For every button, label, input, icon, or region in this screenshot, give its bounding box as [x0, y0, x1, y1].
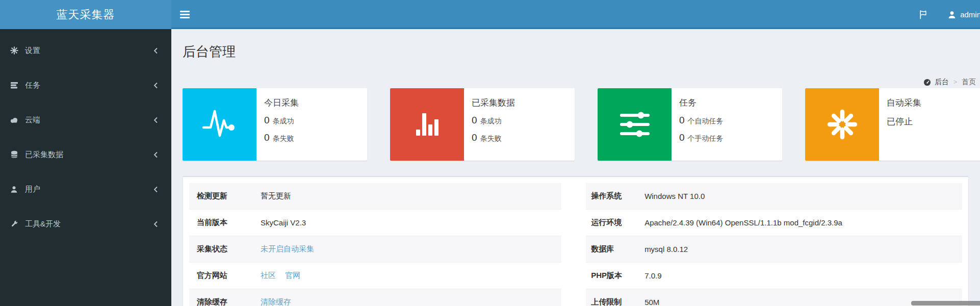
wrench-icon: [10, 220, 18, 228]
table-row: 操作系统 Windows NT 10.0: [586, 183, 962, 210]
chevron-left-icon: [153, 186, 158, 193]
cloud-icon: [10, 116, 18, 124]
sidebar-item-label: 云端: [25, 115, 153, 125]
info-box-tasks[interactable]: 任务 0个自动任务 0个手动任务: [598, 88, 782, 161]
info-box-title: 今日采集: [264, 97, 299, 109]
sidebar-item-label: 用户: [25, 185, 153, 194]
tasks-icon: [10, 81, 18, 90]
upload-limit-value: 50M: [644, 298, 659, 306]
sidebar-item-label: 任务: [25, 81, 153, 90]
breadcrumb-current: 首页: [962, 78, 976, 87]
chevron-left-icon: [153, 151, 158, 158]
database-icon: [10, 150, 18, 159]
environment-table: 操作系统 Windows NT 10.0 运行环境 Apache/2.4.39 …: [586, 183, 962, 306]
chevron-left-icon: [153, 221, 158, 227]
sidebar-item-settings[interactable]: 设置: [0, 33, 171, 68]
hamburger-icon: [180, 11, 190, 18]
top-navbar: 蓝天采集器 admin: [0, 0, 980, 29]
sliders-icon: [598, 88, 672, 161]
info-box-auto-collection[interactable]: 自动采集 已停止: [805, 88, 980, 161]
server-env-value: Apache/2.4.39 (Win64) OpenSSL/1.1.1b mod…: [644, 218, 842, 227]
community-link[interactable]: 社区: [261, 271, 276, 279]
flag-icon: [918, 10, 928, 19]
official-site-link[interactable]: 官网: [285, 271, 300, 279]
php-version-value: 7.0.9: [644, 271, 661, 280]
sidebar-menu: 设置 任务 云端: [0, 29, 171, 241]
chevron-left-icon: [153, 82, 158, 89]
main-content: 后台管理 后台 > 首页: [171, 29, 980, 306]
table-row: 数据库 mysql 8.0.12: [586, 236, 962, 263]
breadcrumb-separator: >: [953, 79, 957, 86]
auto-collection-status: 已停止: [887, 116, 921, 128]
pulse-icon: [183, 88, 256, 161]
os-value: Windows NT 10.0: [644, 192, 705, 200]
gear-icon: [10, 46, 18, 55]
sidebar-item-cloud[interactable]: 云端: [0, 103, 171, 137]
page-title: 后台管理: [183, 43, 969, 61]
sidebar-toggle-button[interactable]: [171, 0, 198, 29]
info-box-title: 自动采集: [887, 97, 921, 109]
asterisk-icon: [805, 88, 879, 161]
sidebar-item-label: 工具&开发: [25, 219, 153, 229]
status-table: 检测更新 暂无更新 当前版本 SkyCaiji V2.3 采集状态 未开启自动采…: [189, 183, 561, 306]
table-row: 当前版本 SkyCaiji V2.3: [189, 210, 561, 236]
sidebar-item-users[interactable]: 用户: [0, 172, 171, 207]
table-row: 检测更新 暂无更新: [189, 183, 561, 210]
collection-status-link[interactable]: 未开启自动采集: [261, 244, 314, 253]
chevron-left-icon: [153, 47, 158, 54]
update-status: 暂无更新: [261, 191, 291, 200]
system-info-panel: 检测更新 暂无更新 当前版本 SkyCaiji V2.3 采集状态 未开启自动采…: [183, 176, 969, 306]
table-row: 运行环境 Apache/2.4.39 (Win64) OpenSSL/1.1.1…: [586, 210, 962, 236]
table-row: 采集状态 未开启自动采集: [189, 236, 561, 263]
table-row: 清除缓存 清除缓存: [189, 289, 561, 306]
clear-cache-link[interactable]: 清除缓存: [261, 297, 291, 306]
info-box-title: 任务: [679, 97, 724, 109]
info-box-collected-data[interactable]: 已采集数据 0条成功 0条失败: [390, 88, 575, 161]
sidebar-item-collected-data[interactable]: 已采集数据: [0, 137, 171, 172]
chevron-left-icon: [153, 117, 158, 123]
user-menu[interactable]: admin: [944, 0, 980, 29]
current-version: SkyCaiji V2.3: [261, 218, 306, 227]
table-row: 上传限制 50M: [586, 289, 962, 306]
info-box-today-collection[interactable]: 今日采集 0条成功 0条失败: [183, 88, 367, 161]
app-logo[interactable]: 蓝天采集器: [0, 0, 171, 29]
table-row: PHP版本 7.0.9: [586, 263, 962, 289]
bar-chart-icon: [390, 88, 464, 161]
table-row: 官方网站 社区 官网: [189, 263, 561, 289]
breadcrumb-root-link[interactable]: 后台: [923, 78, 949, 87]
sidebar-item-tasks[interactable]: 任务: [0, 68, 171, 103]
user-icon: [947, 10, 957, 19]
breadcrumb: 后台 > 首页: [923, 78, 976, 87]
horizontal-scrollbar-thumb[interactable]: [911, 301, 980, 305]
database-value: mysql 8.0.12: [644, 245, 688, 253]
info-boxes: 今日采集 0条成功 0条失败 已采集数据 0条成功 0条失败: [183, 88, 969, 161]
user-icon: [10, 185, 18, 194]
sidebar: 设置 任务 云端: [0, 29, 171, 306]
flag-menu[interactable]: [915, 0, 931, 29]
sidebar-item-label: 设置: [25, 46, 153, 56]
user-name: admin: [960, 10, 980, 19]
sidebar-item-tools-dev[interactable]: 工具&开发: [0, 207, 171, 241]
info-box-title: 已采集数据: [472, 97, 515, 109]
sidebar-item-label: 已采集数据: [25, 150, 153, 160]
dashboard-icon: [923, 79, 931, 86]
